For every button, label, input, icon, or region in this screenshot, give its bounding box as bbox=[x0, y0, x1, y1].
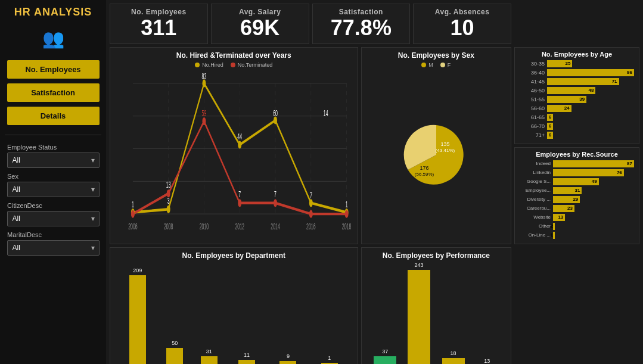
line-chart-title: No. Hired &Terminated over Years bbox=[115, 51, 353, 60]
dept-bar-value: 50 bbox=[172, 340, 178, 346]
age-bar-row: 46-50 48 bbox=[520, 87, 634, 94]
dept-bar-item: 209 Production bbox=[126, 267, 149, 364]
legend-hired-label: No.Hired bbox=[202, 62, 223, 68]
age-bar-fill: 71 bbox=[547, 78, 619, 85]
dept-bar-item: 1 Executive Office bbox=[318, 355, 341, 364]
marital-select[interactable]: All bbox=[7, 240, 100, 256]
bottom-spacer bbox=[514, 247, 639, 364]
rec-bar-fill: 31 bbox=[553, 187, 582, 194]
perf-bar bbox=[442, 358, 465, 364]
rec-bar-value: 49 bbox=[592, 179, 597, 184]
perf-bar-value: 243 bbox=[414, 262, 423, 268]
sex-select[interactable]: All bbox=[7, 182, 100, 197]
no-employees-button[interactable]: No. Employees bbox=[7, 60, 100, 79]
age-bar-track: 6 bbox=[547, 132, 634, 139]
rec-bar-value: 1 bbox=[551, 232, 553, 238]
main-content: No. Employees 311 Avg. Salary 69K Satisf… bbox=[106, 0, 643, 364]
age-bar-track: 39 bbox=[547, 96, 634, 103]
svg-text:60: 60 bbox=[273, 107, 278, 118]
dept-bar bbox=[201, 356, 218, 364]
rec-bar-label: Other bbox=[520, 223, 551, 229]
legend-female-dot bbox=[440, 63, 445, 67]
rec-bar-fill: 49 bbox=[553, 178, 599, 185]
rec-bar-value: 87 bbox=[627, 161, 632, 166]
legend-terminated: No.Terminated bbox=[231, 62, 273, 68]
citizen-select[interactable]: All bbox=[7, 211, 100, 226]
age-bar-label: 56-60 bbox=[520, 105, 545, 111]
svg-text:2008: 2008 bbox=[164, 221, 173, 232]
age-bar-label: 61-65 bbox=[520, 114, 545, 120]
svg-text:2010: 2010 bbox=[200, 221, 209, 232]
dept-chart-card: No. Employees by Department 209 Producti… bbox=[110, 247, 358, 364]
age-bar-fill: 48 bbox=[547, 87, 595, 94]
age-bar-fill: 86 bbox=[547, 69, 634, 76]
dept-bar bbox=[238, 360, 255, 364]
age-bar-track: 6 bbox=[547, 123, 634, 130]
svg-text:1: 1 bbox=[346, 199, 348, 210]
perf-bar bbox=[374, 356, 396, 364]
rec-bar-row: Linkedin 76 bbox=[520, 169, 634, 176]
age-bar-label: 36-40 bbox=[520, 70, 545, 76]
rec-bar-value: 31 bbox=[575, 188, 580, 193]
rec-chart-title: Employees by Rec.Source bbox=[520, 151, 634, 158]
svg-text:3: 3 bbox=[167, 195, 170, 206]
dept-bar-value: 209 bbox=[133, 267, 142, 273]
marital-wrapper: All bbox=[7, 240, 100, 256]
perf-chart-title: No. Employees by Performance bbox=[366, 251, 506, 260]
avatar-icon: 👥 bbox=[35, 23, 71, 53]
svg-point-20 bbox=[202, 117, 206, 125]
details-button[interactable]: Details bbox=[7, 107, 100, 125]
emp-status-select[interactable]: All bbox=[7, 153, 100, 168]
citizen-wrapper: All bbox=[7, 211, 100, 226]
age-bar-label: 66-70 bbox=[520, 123, 545, 129]
dept-bar bbox=[166, 348, 183, 364]
dept-bar-item: 11 Software Engineer... bbox=[235, 352, 259, 364]
rec-bar-value: 13 bbox=[558, 214, 563, 220]
age-bar-row: 51-55 39 bbox=[520, 96, 634, 103]
svg-point-23 bbox=[309, 210, 313, 217]
legend-female: F bbox=[440, 62, 451, 68]
perf-bar-value: 18 bbox=[451, 350, 456, 356]
line-chart-card: No. Hired &Terminated over Years No.Hire… bbox=[110, 47, 358, 244]
rec-bar-fill: 1 bbox=[553, 232, 555, 239]
age-bar-row: 61-65 6 bbox=[520, 114, 634, 121]
age-chart: No. Employees by Age 30-35 25 36-40 86 4… bbox=[514, 47, 639, 144]
svg-text:7: 7 bbox=[310, 189, 312, 200]
age-bar-label: 51-55 bbox=[520, 97, 545, 102]
dept-bar bbox=[279, 361, 296, 364]
rec-bar-track: 29 bbox=[553, 196, 634, 203]
satisfaction-button[interactable]: Satisfaction bbox=[7, 83, 100, 102]
rec-bar-fill: 76 bbox=[553, 169, 624, 176]
perf-bar-item: 13 Pip bbox=[476, 358, 498, 364]
line-chart-svg: 1 3 83 44 60 7 1 13 59 7 7 2006 2008 201… bbox=[115, 70, 353, 240]
age-bar-value: 6 bbox=[549, 123, 551, 129]
perf-bar-item: 243 Fully Meets bbox=[407, 262, 431, 364]
age-bar-track: 24 bbox=[547, 105, 634, 112]
sex-wrapper: All bbox=[7, 182, 100, 197]
kpi-absences-label: Avg. Absences bbox=[435, 8, 490, 16]
rec-bar-track: 2 bbox=[553, 223, 634, 230]
legend-terminated-dot bbox=[231, 63, 235, 67]
svg-point-12 bbox=[167, 205, 170, 213]
sex-chart-card: No. Employees by Sex M F bbox=[361, 47, 511, 244]
dept-bars: 209 Production 50 It/Is 31 Sales 11 Soft… bbox=[115, 262, 353, 364]
dept-chart-title: No. Employees by Department bbox=[115, 251, 353, 260]
rec-bar-value: 76 bbox=[617, 170, 622, 175]
age-bars-container: 30-35 25 36-40 86 41-45 71 bbox=[520, 60, 634, 139]
rec-bar-label: On-Line ... bbox=[520, 232, 551, 238]
rec-bars-container: Indeed 87 Linkedin 76 Google S... 49 bbox=[520, 160, 634, 239]
perf-bar-value: 37 bbox=[382, 349, 388, 354]
age-bar-track: 86 bbox=[547, 69, 634, 76]
rec-bar-track: 23 bbox=[553, 205, 634, 212]
marital-label: MaritalDesc bbox=[7, 231, 42, 238]
age-bar-value: 86 bbox=[627, 70, 632, 75]
age-bar-track: 71 bbox=[547, 78, 634, 85]
kpi-salary-label: Avg. Salary bbox=[239, 8, 281, 16]
svg-point-14 bbox=[238, 141, 241, 148]
dept-bar-item: 50 It/Is bbox=[166, 340, 183, 364]
perf-bar-item: 37 Exceeds bbox=[374, 349, 396, 364]
sidebar: HR ANALYSIS 👥 No. Employees Satisfaction… bbox=[0, 0, 106, 364]
rec-bar-row: Careerbu... 23 bbox=[520, 205, 634, 212]
age-bar-fill: 6 bbox=[547, 132, 553, 139]
rec-bar-fill: 23 bbox=[553, 205, 574, 212]
